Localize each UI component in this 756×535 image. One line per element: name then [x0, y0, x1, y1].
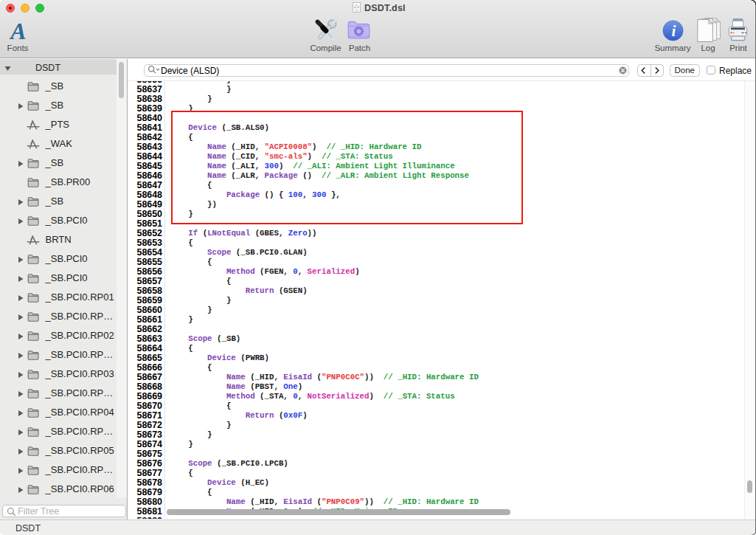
svg-text:i: i — [672, 22, 676, 40]
